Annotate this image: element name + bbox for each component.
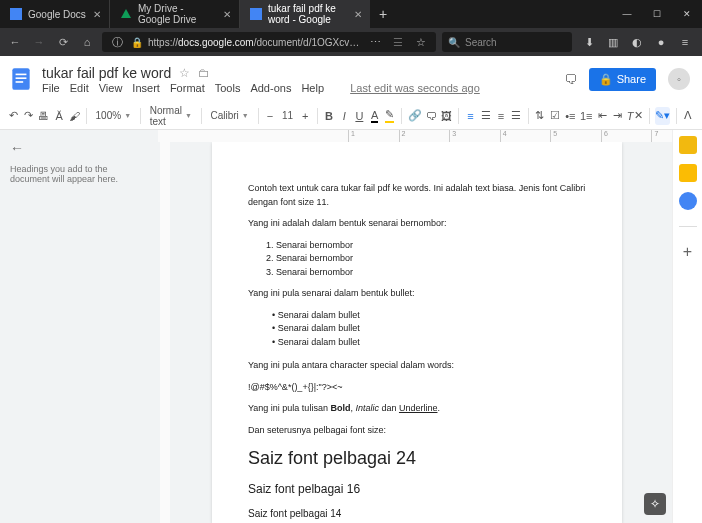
- align-right-button[interactable]: ≡: [495, 107, 506, 125]
- home-button[interactable]: ⌂: [78, 33, 96, 51]
- account-avatar[interactable]: ◦: [668, 68, 690, 90]
- body-text: Yang ini pula antara character special d…: [248, 359, 586, 373]
- comments-icon[interactable]: 🗨: [564, 72, 577, 87]
- font-select[interactable]: Calibri▼: [208, 106, 252, 126]
- outline-back-icon[interactable]: ←: [10, 140, 148, 156]
- text-color-button[interactable]: A: [369, 107, 380, 125]
- menu-edit[interactable]: Edit: [70, 82, 89, 94]
- maximize-button[interactable]: ☐: [642, 0, 672, 28]
- browser-tab-active[interactable]: tukar fail pdf ke word - Google ✕: [240, 0, 370, 28]
- star-icon[interactable]: ☆: [179, 66, 190, 80]
- body-text: !@#$%^&*()_+{}|:"?><~: [248, 381, 586, 395]
- minimize-button[interactable]: —: [612, 0, 642, 28]
- outdent-button[interactable]: ⇤: [596, 107, 607, 125]
- forward-button[interactable]: →: [30, 33, 48, 51]
- browser-tab[interactable]: My Drive - Google Drive ✕: [110, 0, 240, 28]
- undo-button[interactable]: ↶: [8, 107, 19, 125]
- search-placeholder: Search: [465, 37, 497, 48]
- print-button[interactable]: 🖶: [38, 107, 49, 125]
- close-button[interactable]: ✕: [672, 0, 702, 28]
- window-controls: — ☐ ✕: [612, 0, 702, 28]
- document-title[interactable]: tukar fail pdf ke word: [42, 65, 171, 81]
- browser-titlebar: Google Docs ✕ My Drive - Google Drive ✕ …: [0, 0, 702, 28]
- outline-panel: ← Headings you add to the document will …: [0, 130, 158, 523]
- zoom-select[interactable]: 100%▼: [93, 106, 135, 126]
- url-input[interactable]: ⓘ 🔒 https://docs.google.com/document/d/1…: [102, 32, 436, 52]
- share-button[interactable]: 🔒 Share: [589, 68, 656, 91]
- close-icon[interactable]: ✕: [223, 9, 231, 20]
- outline-hint: Headings you add to the document will ap…: [10, 164, 148, 184]
- comment-button[interactable]: 🗨: [426, 107, 437, 125]
- new-tab-button[interactable]: +: [370, 0, 396, 28]
- body-text: Yang ini pula tulisan Bold, Intalic dan …: [248, 402, 586, 416]
- menu-icon[interactable]: ≡: [678, 36, 692, 49]
- line-spacing-button[interactable]: ⇅: [534, 107, 545, 125]
- font-size-input[interactable]: 11: [280, 106, 296, 126]
- menu-help[interactable]: Help: [301, 82, 324, 94]
- keep-icon[interactable]: [679, 164, 697, 182]
- docs-logo[interactable]: [6, 64, 36, 94]
- add-addon-icon[interactable]: +: [679, 243, 697, 261]
- library-icon[interactable]: ▥: [606, 36, 620, 49]
- link-button[interactable]: 🔗: [408, 107, 422, 125]
- addon-icon[interactable]: ◐: [630, 36, 644, 49]
- style-select[interactable]: Normal text▼: [147, 106, 195, 126]
- bookmark-icon[interactable]: ☆: [412, 33, 430, 51]
- indent-button[interactable]: ⇥: [612, 107, 623, 125]
- explore-button[interactable]: ✧: [644, 493, 666, 515]
- side-panel: +: [672, 130, 702, 523]
- download-icon[interactable]: ⬇: [582, 36, 596, 49]
- menu-tools[interactable]: Tools: [215, 82, 241, 94]
- font-size-dec[interactable]: −: [264, 107, 275, 125]
- menu-file[interactable]: File: [42, 82, 60, 94]
- italic-button[interactable]: I: [339, 107, 350, 125]
- hide-menus-button[interactable]: ᐱ: [683, 107, 694, 125]
- highlight-button[interactable]: ✎: [384, 107, 395, 125]
- number-list-button[interactable]: 1≡: [580, 107, 593, 125]
- checklist-button[interactable]: ☑: [550, 107, 561, 125]
- search-input[interactable]: 🔍 Search: [442, 32, 572, 52]
- body-text: Dan seterusnya pelbagai font size:: [248, 424, 586, 438]
- ordered-list: Senarai bernombor Senarai bernombor Sena…: [276, 239, 586, 280]
- clear-format-button[interactable]: T✕: [627, 107, 643, 125]
- reader-icon[interactable]: ☰: [389, 33, 407, 51]
- menu-bar: File Edit View Insert Format Tools Add-o…: [42, 82, 480, 94]
- close-icon[interactable]: ✕: [354, 9, 362, 20]
- account-icon[interactable]: ●: [654, 36, 668, 49]
- more-icon[interactable]: ⋯: [366, 33, 384, 51]
- image-button[interactable]: 🖼: [441, 107, 452, 125]
- url-text: https://docs.google.com/document/d/1OGXc…: [148, 37, 361, 48]
- menu-addons[interactable]: Add-ons: [250, 82, 291, 94]
- list-item: Senarai bernombor: [276, 252, 586, 266]
- editing-mode-button[interactable]: ✎▾: [655, 107, 670, 125]
- calendar-icon[interactable]: [679, 136, 697, 154]
- document-page[interactable]: Contoh text untuk cara tukar fail pdf ke…: [212, 142, 622, 523]
- heading-24: Saiz font pelbagai 24: [248, 445, 586, 472]
- svg-rect-0: [10, 8, 22, 20]
- tasks-icon[interactable]: [679, 192, 697, 210]
- browser-tab[interactable]: Google Docs ✕: [0, 0, 110, 28]
- spellcheck-button[interactable]: Ă: [54, 107, 65, 125]
- tab-label: tukar fail pdf ke word - Google: [268, 3, 348, 25]
- list-item: Senarai bernombor: [276, 266, 586, 280]
- close-icon[interactable]: ✕: [93, 9, 101, 20]
- align-left-button[interactable]: ≡: [465, 107, 476, 125]
- redo-button[interactable]: ↷: [23, 107, 34, 125]
- svg-rect-2: [250, 8, 262, 20]
- menu-view[interactable]: View: [99, 82, 123, 94]
- font-size-inc[interactable]: +: [300, 107, 311, 125]
- bullet-list-button[interactable]: •≡: [565, 107, 576, 125]
- bold-button[interactable]: B: [323, 107, 334, 125]
- underline-button[interactable]: U: [354, 107, 365, 125]
- move-icon[interactable]: 🗀: [198, 66, 210, 80]
- reload-button[interactable]: ⟳: [54, 33, 72, 51]
- tab-label: My Drive - Google Drive: [138, 3, 217, 25]
- menu-insert[interactable]: Insert: [132, 82, 160, 94]
- last-edit-link[interactable]: Last edit was seconds ago: [350, 82, 480, 94]
- browser-actions: ⬇ ▥ ◐ ● ≡: [578, 36, 696, 49]
- menu-format[interactable]: Format: [170, 82, 205, 94]
- align-justify-button[interactable]: ☰: [511, 107, 522, 125]
- paint-format-button[interactable]: 🖌: [69, 107, 80, 125]
- back-button[interactable]: ←: [6, 33, 24, 51]
- align-center-button[interactable]: ☰: [480, 107, 491, 125]
